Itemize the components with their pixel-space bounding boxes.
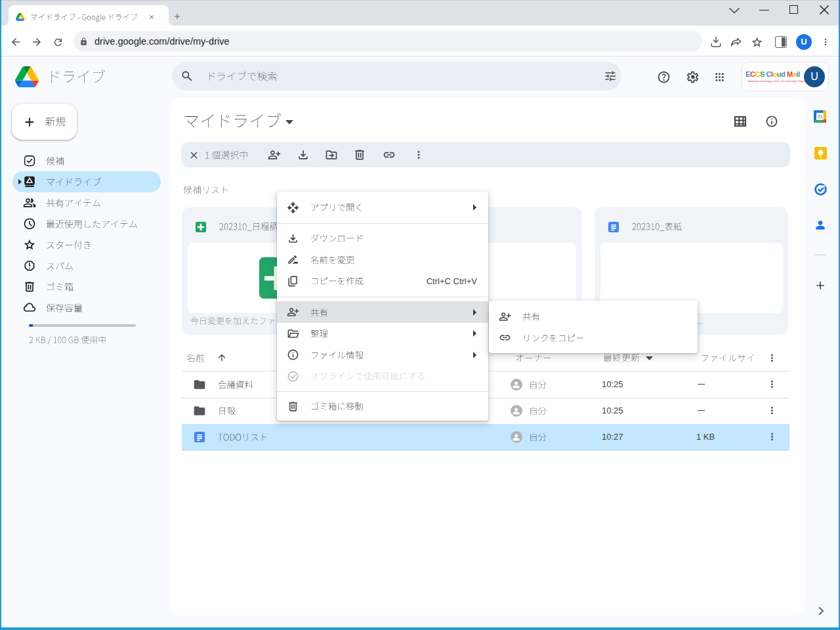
svg-text:31: 31 [817, 114, 822, 119]
